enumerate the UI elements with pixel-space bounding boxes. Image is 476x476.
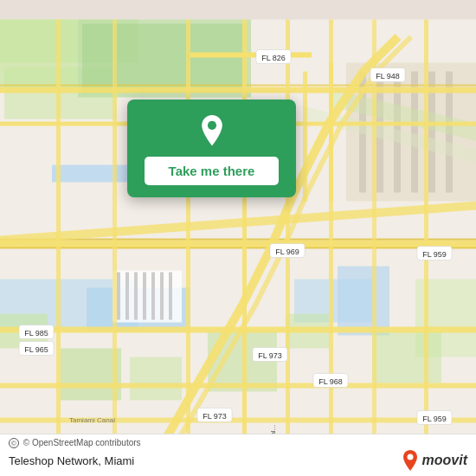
svg-rect-48 [56,20,61,457]
svg-point-78 [207,121,215,130]
copyright-icon: © [9,438,19,448]
moovit-pin-icon [402,450,419,471]
map-background: Tamiami Canal FL 826 FL 948 FL 969 FL 95… [0,0,476,476]
map-container: Tamiami Canal FL 826 FL 948 FL 969 FL 95… [0,0,476,476]
svg-rect-43 [0,248,476,249]
svg-text:FL 973: FL 973 [203,412,227,421]
svg-rect-41 [0,241,476,248]
svg-rect-25 [169,273,172,320]
svg-rect-36 [0,85,476,87]
svg-rect-46 [0,383,476,389]
business-name: Teleshop Network, Miami [9,454,134,467]
svg-text:FL 965: FL 965 [24,345,48,354]
svg-text:Tamiami Canal: Tamiami Canal [69,416,115,424]
svg-rect-19 [117,273,120,320]
svg-text:FL 826: FL 826 [261,54,286,62]
svg-text:FL 969: FL 969 [275,248,299,256]
svg-rect-37 [190,53,312,58]
location-pin-icon [196,115,228,148]
svg-text:FL 968: FL 968 [318,377,343,386]
svg-rect-35 [0,87,476,93]
svg-text:FL 948: FL 948 [376,72,400,80]
svg-rect-55 [424,20,428,457]
svg-rect-22 [143,273,146,320]
svg-text:FL 973: FL 973 [258,351,282,360]
svg-text:FL 959: FL 959 [422,250,447,259]
svg-rect-27 [61,349,121,401]
bottom-bar: © © OpenStreetMap contributors Teleshop … [0,434,476,476]
attribution-row: © © OpenStreetMap contributors [9,438,467,448]
svg-point-79 [407,454,413,460]
svg-rect-54 [372,20,376,457]
svg-text:FL 985: FL 985 [24,329,48,338]
svg-rect-6 [52,165,130,183]
svg-rect-23 [151,273,155,320]
svg-rect-21 [134,273,138,320]
svg-rect-10 [338,267,389,336]
brand-row: Teleshop Network, Miami moovit [9,450,467,471]
svg-rect-28 [130,357,182,401]
moovit-text: moovit [422,453,467,468]
svg-rect-53 [329,20,333,457]
svg-rect-49 [113,20,117,457]
svg-rect-20 [125,273,129,320]
svg-rect-24 [160,273,164,320]
take-me-there-button[interactable]: Take me there [145,157,279,185]
svg-rect-51 [242,20,247,457]
moovit-logo: moovit [402,450,467,471]
popup-card: Take me there [127,100,296,197]
attribution-text: © OpenStreetMap contributors [23,438,141,447]
svg-rect-5 [82,24,247,93]
svg-text:FL 959: FL 959 [422,415,447,423]
